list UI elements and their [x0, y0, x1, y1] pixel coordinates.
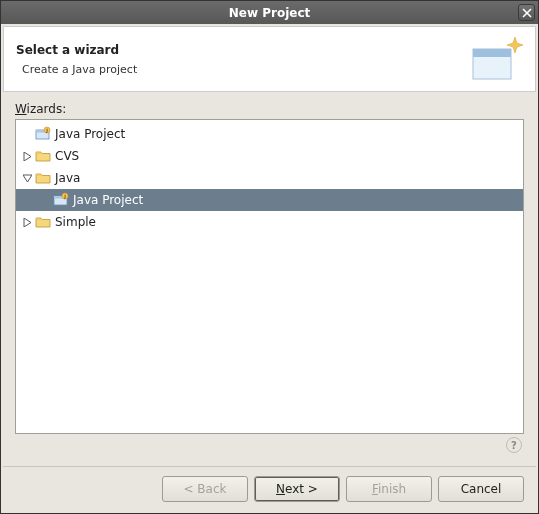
next-button[interactable]: Next > [254, 476, 340, 502]
close-icon [522, 8, 532, 18]
expander-open-icon[interactable] [20, 171, 34, 185]
svg-marker-9 [24, 152, 31, 161]
svg-marker-15 [24, 218, 31, 227]
tree-row[interactable]: JJava Project [16, 123, 523, 145]
folder-icon [35, 148, 51, 164]
window-title: New Project [229, 6, 311, 20]
folder-icon [35, 170, 51, 186]
close-button[interactable] [518, 4, 535, 21]
expander-closed-icon[interactable] [20, 149, 34, 163]
tree-item-label: Simple [55, 215, 96, 229]
java-project-icon: J [35, 126, 51, 142]
wizard-banner-icon [467, 35, 523, 83]
folder-icon [35, 214, 51, 230]
tree-item-label: Java Project [55, 127, 125, 141]
wizard-body: Wizards: JJava ProjectCVSJavaJJava Proje… [3, 92, 536, 462]
wizards-tree[interactable]: JJava ProjectCVSJavaJJava ProjectSimple [15, 119, 524, 434]
dialog-window: New Project Select a wizard Create a Jav… [0, 0, 539, 514]
tree-item-label: CVS [55, 149, 79, 163]
wizard-title: Select a wizard [16, 43, 467, 57]
tree-item-label: Java Project [73, 193, 143, 207]
button-bar: < Back Next > Finish Cancel [3, 467, 536, 511]
help-icon[interactable]: ? [506, 437, 522, 453]
svg-text:J: J [45, 128, 48, 133]
expander-closed-icon[interactable] [20, 215, 34, 229]
back-button: < Back [162, 476, 248, 502]
wizards-label: Wizards: [15, 102, 524, 116]
wizard-description: Create a Java project [16, 63, 467, 76]
finish-button: Finish [346, 476, 432, 502]
dialog-content: Select a wizard Create a Java project Wi… [1, 24, 538, 513]
wizard-header: Select a wizard Create a Java project [3, 26, 536, 92]
tree-row[interactable]: Java [16, 167, 523, 189]
tree-item-label: Java [55, 171, 80, 185]
expander-none [38, 193, 52, 207]
expander-none [20, 127, 34, 141]
tree-row[interactable]: CVS [16, 145, 523, 167]
svg-marker-10 [23, 175, 32, 182]
titlebar[interactable]: New Project [1, 1, 538, 24]
svg-text:J: J [63, 194, 66, 199]
tree-row[interactable]: Simple [16, 211, 523, 233]
tree-row[interactable]: JJava Project [16, 189, 523, 211]
svg-rect-3 [473, 49, 511, 57]
cancel-button[interactable]: Cancel [438, 476, 524, 502]
java-project-icon: J [53, 192, 69, 208]
